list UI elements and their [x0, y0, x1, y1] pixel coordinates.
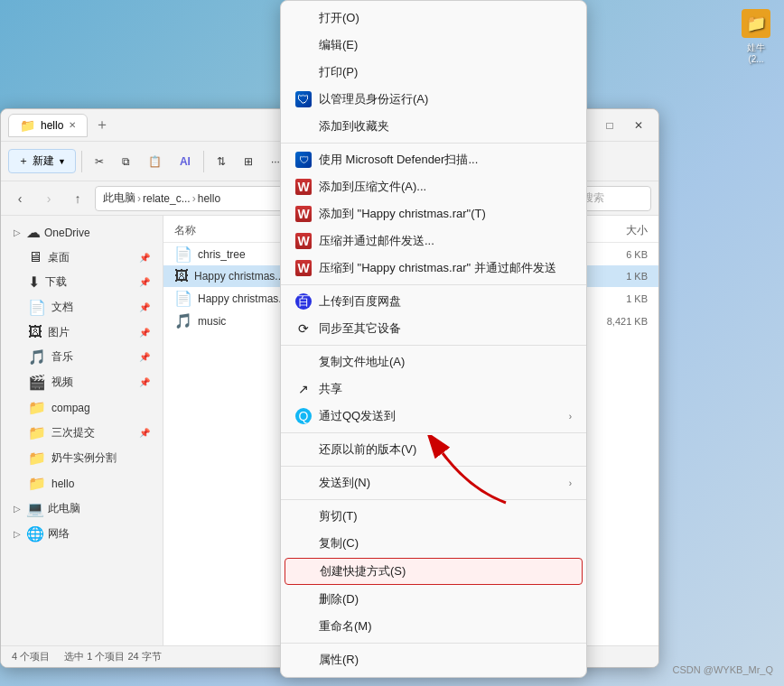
file-icon-music: 🎵 — [174, 312, 192, 329]
explorer-tab[interactable]: 📁 hello ✕ — [8, 114, 88, 137]
menu-fav-icon — [295, 118, 312, 134]
close-btn[interactable]: ✕ — [626, 115, 651, 136]
menu-compress-add[interactable]: W 添加到压缩文件(A)... — [281, 173, 586, 200]
view-btn[interactable]: ⊞ — [237, 152, 260, 172]
menu-shortcut-label: 创建快捷方式(S) — [320, 563, 406, 579]
new-tab-btn[interactable]: ＋ — [91, 115, 113, 136]
menu-sync[interactable]: ⟳ 同步至其它设备 — [281, 315, 586, 342]
menu-copy[interactable]: 复制(C) — [281, 530, 586, 557]
menu-winrar1-icon: W — [295, 179, 312, 195]
menu-properties[interactable]: 属性(R) — [281, 646, 586, 673]
ellipsis-icon: ··· — [271, 155, 280, 168]
pin-icon-vid: 📌 — [139, 377, 150, 387]
menu-share[interactable]: ↗ 共享 — [281, 375, 586, 403]
menu-qq[interactable]: Q 通过QQ发送到 › — [281, 403, 586, 430]
path-pc: 此电脑 — [103, 190, 135, 206]
path-hello: hello — [198, 192, 220, 205]
menu-compress-email[interactable]: W 压缩并通过邮件发送... — [281, 227, 586, 255]
sidebar-compag-label: compag — [51, 402, 90, 414]
menu-add-happy[interactable]: W 添加到 "Happy christmas.rar"(T) — [281, 200, 586, 227]
menu-delete-icon — [295, 591, 312, 607]
tab-close-btn[interactable]: ✕ — [69, 120, 76, 130]
sort-btn[interactable]: ⇅ — [210, 152, 233, 172]
sidebar-item-network[interactable]: ▷ 🌐 网络 — [5, 522, 159, 546]
sidebar-music-label: 音乐 — [51, 349, 73, 365]
menu-runas[interactable]: 🛡 以管理员身份运行(A) — [281, 86, 586, 113]
new-label: 新建 — [33, 153, 54, 169]
menu-sep5 — [281, 466, 586, 467]
sidebar-videos-label: 视频 — [51, 375, 73, 390]
menu-cut-label: 剪切(T) — [319, 508, 358, 524]
col-size-header: 大小 — [592, 223, 648, 238]
menu-delete[interactable]: 删除(D) — [281, 586, 586, 613]
menu-restore[interactable]: 还原以前的版本(V) — [281, 436, 586, 463]
menu-sync-label: 同步至其它设备 — [319, 320, 401, 337]
sidebar-pictures-label: 图片 — [48, 325, 70, 340]
menu-sendto[interactable]: 发送到(N) › — [281, 469, 586, 496]
sidebar-item-docs[interactable]: 📄 文档 📌 — [5, 295, 159, 320]
menu-open-icon — [295, 10, 312, 26]
sidebar-sanci-label: 三次提交 — [51, 425, 95, 440]
desktop: 📁 娃牛 (2... 📁 hello ✕ ＋ ─ □ ✕ ＋ — [0, 0, 784, 686]
menu-cut[interactable]: 剪切(T) — [281, 503, 586, 530]
sidebar-item-compag[interactable]: 📁 compag — [5, 395, 159, 420]
menu-rename[interactable]: 重命名(M) — [281, 613, 586, 640]
menu-sendto-arrow: › — [569, 478, 572, 488]
menu-baidu[interactable]: 百 上传到百度网盘 — [281, 288, 586, 315]
menu-cut-icon — [295, 508, 312, 524]
file-size-happy2: 1 KB — [594, 293, 648, 304]
sidebar: ▷ ☁ OneDrive 🖥 桌面 📌 ⬇ 下载 📌 — [1, 216, 163, 645]
back-btn[interactable]: ‹ — [8, 187, 32, 210]
cut-btn[interactable]: ✂ — [88, 152, 111, 172]
toolbar-sep2 — [203, 151, 204, 172]
sidebar-item-niuniu[interactable]: 📁 奶牛实例分割 — [5, 446, 159, 470]
menu-favorites[interactable]: 添加到收藏夹 — [281, 113, 586, 140]
pin-icon-doc: 📌 — [139, 302, 150, 312]
sidebar-item-thispc[interactable]: ▷ 💻 此电脑 — [5, 496, 159, 521]
sidebar-item-pictures[interactable]: 🖼 图片 📌 — [5, 320, 159, 344]
expand-thispc-icon: ▷ — [14, 504, 21, 514]
menu-edit-icon — [295, 37, 312, 53]
menu-edit[interactable]: 编辑(E) — [281, 32, 586, 59]
desktop-icon-folder[interactable]: 📁 娃牛 (2... — [742, 9, 770, 64]
menu-compress-happy-email[interactable]: W 压缩到 "Happy christmas.rar" 并通过邮件发送 — [281, 255, 586, 282]
pin-icon-sanci: 📌 — [139, 428, 150, 438]
menu-print[interactable]: 打印(P) — [281, 59, 586, 86]
menu-create-shortcut[interactable]: 创建快捷方式(S) — [285, 558, 583, 585]
menu-fav-label: 添加到收藏夹 — [319, 118, 389, 134]
file-icon-happy1: 🖼 — [174, 268, 189, 284]
sidebar-item-sanci[interactable]: 📁 三次提交 📌 — [5, 421, 159, 445]
tab-folder-icon: 📁 — [20, 118, 35, 133]
pin-icon-music: 📌 — [139, 352, 150, 362]
menu-sep7 — [281, 643, 586, 644]
maximize-btn[interactable]: □ — [597, 115, 622, 136]
sidebar-item-desktop[interactable]: 🖥 桌面 📌 — [5, 246, 159, 269]
menu-properties-label: 属性(R) — [319, 652, 359, 668]
sidebar-item-downloads[interactable]: ⬇ 下载 📌 — [5, 270, 159, 294]
sidebar-niuniu-label: 奶牛实例分割 — [51, 450, 117, 466]
pin-icon-pic: 📌 — [139, 328, 150, 338]
sidebar-item-videos[interactable]: 🎬 视频 📌 — [5, 370, 159, 394]
context-menu: 打开(O) 编辑(E) 打印(P) 🛡 以管理员身份运行(A) 添加到收藏夹 🛡… — [280, 0, 587, 678]
forward-btn[interactable]: › — [37, 187, 61, 210]
ai-btn[interactable]: AI — [173, 152, 198, 172]
new-button[interactable]: ＋ 新建 ▼ — [8, 149, 76, 173]
paste-btn[interactable]: 📋 — [141, 152, 169, 172]
menu-open[interactable]: 打开(O) — [281, 5, 586, 32]
copy-btn[interactable]: ⧉ — [115, 152, 137, 172]
desktop-icon-label: 娃牛 (2... — [747, 42, 765, 64]
menu-edit-label: 编辑(E) — [319, 37, 358, 53]
sidebar-item-onedrive[interactable]: ▷ ☁ OneDrive — [5, 220, 159, 245]
menu-sep2 — [281, 284, 586, 285]
menu-copypath[interactable]: 复制文件地址(A) — [281, 348, 586, 375]
menu-rename-icon — [295, 618, 312, 635]
sidebar-item-music[interactable]: 🎵 音乐 📌 — [5, 345, 159, 369]
menu-sep4 — [281, 432, 586, 433]
up-btn[interactable]: ↑ — [66, 187, 89, 210]
menu-defender[interactable]: 🛡 使用 Microsoft Defender扫描... — [281, 146, 586, 173]
sidebar-docs-label: 文档 — [51, 300, 73, 315]
pin-icon-dl: 📌 — [139, 277, 150, 287]
menu-baidu-icon: 百 — [295, 293, 312, 310]
tab-label: hello — [41, 119, 63, 132]
sidebar-item-hello[interactable]: 📁 hello — [5, 471, 159, 496]
